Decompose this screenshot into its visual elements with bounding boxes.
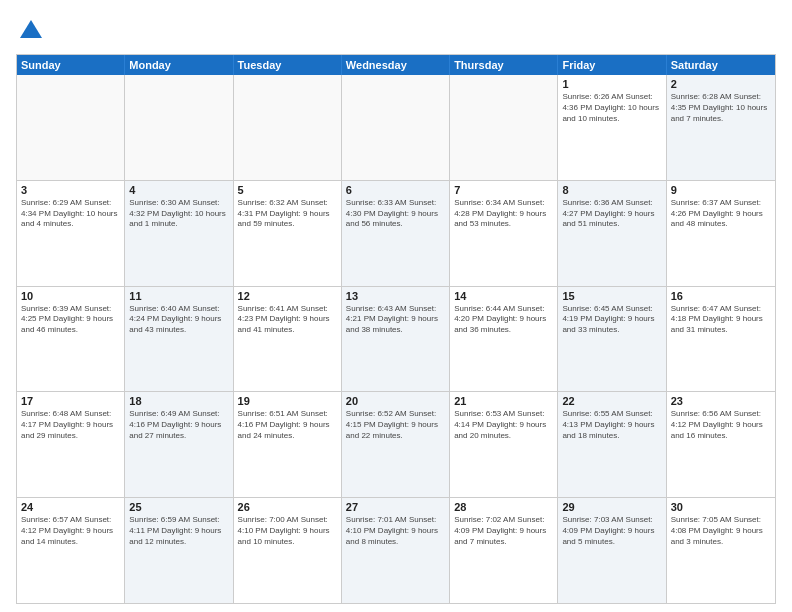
day-cell-19: 19Sunrise: 6:51 AM Sunset: 4:16 PM Dayli… [234, 392, 342, 497]
svg-rect-1 [26, 32, 36, 38]
day-number: 26 [238, 501, 337, 513]
day-cell-14: 14Sunrise: 6:44 AM Sunset: 4:20 PM Dayli… [450, 287, 558, 392]
page: SundayMondayTuesdayWednesdayThursdayFrid… [0, 0, 792, 612]
day-number: 14 [454, 290, 553, 302]
day-number: 17 [21, 395, 120, 407]
day-cell-7: 7Sunrise: 6:34 AM Sunset: 4:28 PM Daylig… [450, 181, 558, 286]
day-number: 9 [671, 184, 771, 196]
calendar: SundayMondayTuesdayWednesdayThursdayFrid… [16, 54, 776, 604]
day-cell-3: 3Sunrise: 6:29 AM Sunset: 4:34 PM Daylig… [17, 181, 125, 286]
day-number: 13 [346, 290, 445, 302]
day-number: 8 [562, 184, 661, 196]
day-info: Sunrise: 6:32 AM Sunset: 4:31 PM Dayligh… [238, 198, 337, 230]
day-info: Sunrise: 6:29 AM Sunset: 4:34 PM Dayligh… [21, 198, 120, 230]
calendar-row-1: 3Sunrise: 6:29 AM Sunset: 4:34 PM Daylig… [17, 181, 775, 287]
day-number: 28 [454, 501, 553, 513]
day-cell-16: 16Sunrise: 6:47 AM Sunset: 4:18 PM Dayli… [667, 287, 775, 392]
day-info: Sunrise: 6:36 AM Sunset: 4:27 PM Dayligh… [562, 198, 661, 230]
day-number: 30 [671, 501, 771, 513]
day-number: 24 [21, 501, 120, 513]
day-info: Sunrise: 6:40 AM Sunset: 4:24 PM Dayligh… [129, 304, 228, 336]
empty-cell [234, 75, 342, 180]
day-cell-22: 22Sunrise: 6:55 AM Sunset: 4:13 PM Dayli… [558, 392, 666, 497]
day-cell-2: 2Sunrise: 6:28 AM Sunset: 4:35 PM Daylig… [667, 75, 775, 180]
day-cell-27: 27Sunrise: 7:01 AM Sunset: 4:10 PM Dayli… [342, 498, 450, 603]
day-info: Sunrise: 6:55 AM Sunset: 4:13 PM Dayligh… [562, 409, 661, 441]
day-cell-13: 13Sunrise: 6:43 AM Sunset: 4:21 PM Dayli… [342, 287, 450, 392]
day-cell-10: 10Sunrise: 6:39 AM Sunset: 4:25 PM Dayli… [17, 287, 125, 392]
day-number: 16 [671, 290, 771, 302]
day-cell-26: 26Sunrise: 7:00 AM Sunset: 4:10 PM Dayli… [234, 498, 342, 603]
day-info: Sunrise: 6:39 AM Sunset: 4:25 PM Dayligh… [21, 304, 120, 336]
day-info: Sunrise: 7:03 AM Sunset: 4:09 PM Dayligh… [562, 515, 661, 547]
weekday-header-saturday: Saturday [667, 55, 775, 75]
day-number: 10 [21, 290, 120, 302]
day-info: Sunrise: 6:45 AM Sunset: 4:19 PM Dayligh… [562, 304, 661, 336]
day-info: Sunrise: 6:44 AM Sunset: 4:20 PM Dayligh… [454, 304, 553, 336]
day-cell-15: 15Sunrise: 6:45 AM Sunset: 4:19 PM Dayli… [558, 287, 666, 392]
day-cell-6: 6Sunrise: 6:33 AM Sunset: 4:30 PM Daylig… [342, 181, 450, 286]
empty-cell [450, 75, 558, 180]
day-info: Sunrise: 6:37 AM Sunset: 4:26 PM Dayligh… [671, 198, 771, 230]
day-number: 4 [129, 184, 228, 196]
day-cell-4: 4Sunrise: 6:30 AM Sunset: 4:32 PM Daylig… [125, 181, 233, 286]
day-cell-20: 20Sunrise: 6:52 AM Sunset: 4:15 PM Dayli… [342, 392, 450, 497]
calendar-header: SundayMondayTuesdayWednesdayThursdayFrid… [17, 55, 775, 75]
day-cell-18: 18Sunrise: 6:49 AM Sunset: 4:16 PM Dayli… [125, 392, 233, 497]
day-cell-24: 24Sunrise: 6:57 AM Sunset: 4:12 PM Dayli… [17, 498, 125, 603]
calendar-row-4: 24Sunrise: 6:57 AM Sunset: 4:12 PM Dayli… [17, 498, 775, 603]
day-cell-8: 8Sunrise: 6:36 AM Sunset: 4:27 PM Daylig… [558, 181, 666, 286]
day-number: 3 [21, 184, 120, 196]
calendar-body: 1Sunrise: 6:26 AM Sunset: 4:36 PM Daylig… [17, 75, 775, 603]
day-info: Sunrise: 7:05 AM Sunset: 4:08 PM Dayligh… [671, 515, 771, 547]
day-info: Sunrise: 7:02 AM Sunset: 4:09 PM Dayligh… [454, 515, 553, 547]
weekday-header-sunday: Sunday [17, 55, 125, 75]
day-info: Sunrise: 6:47 AM Sunset: 4:18 PM Dayligh… [671, 304, 771, 336]
day-info: Sunrise: 6:48 AM Sunset: 4:17 PM Dayligh… [21, 409, 120, 441]
day-number: 27 [346, 501, 445, 513]
day-info: Sunrise: 7:00 AM Sunset: 4:10 PM Dayligh… [238, 515, 337, 547]
day-number: 25 [129, 501, 228, 513]
day-number: 20 [346, 395, 445, 407]
day-number: 23 [671, 395, 771, 407]
day-number: 18 [129, 395, 228, 407]
day-number: 22 [562, 395, 661, 407]
weekday-header-wednesday: Wednesday [342, 55, 450, 75]
day-info: Sunrise: 6:53 AM Sunset: 4:14 PM Dayligh… [454, 409, 553, 441]
day-number: 11 [129, 290, 228, 302]
day-info: Sunrise: 6:43 AM Sunset: 4:21 PM Dayligh… [346, 304, 445, 336]
day-info: Sunrise: 6:34 AM Sunset: 4:28 PM Dayligh… [454, 198, 553, 230]
day-info: Sunrise: 6:59 AM Sunset: 4:11 PM Dayligh… [129, 515, 228, 547]
day-number: 15 [562, 290, 661, 302]
day-cell-11: 11Sunrise: 6:40 AM Sunset: 4:24 PM Dayli… [125, 287, 233, 392]
day-cell-23: 23Sunrise: 6:56 AM Sunset: 4:12 PM Dayli… [667, 392, 775, 497]
day-number: 5 [238, 184, 337, 196]
day-cell-5: 5Sunrise: 6:32 AM Sunset: 4:31 PM Daylig… [234, 181, 342, 286]
day-number: 7 [454, 184, 553, 196]
day-cell-9: 9Sunrise: 6:37 AM Sunset: 4:26 PM Daylig… [667, 181, 775, 286]
day-cell-30: 30Sunrise: 7:05 AM Sunset: 4:08 PM Dayli… [667, 498, 775, 603]
header [16, 16, 776, 46]
weekday-header-thursday: Thursday [450, 55, 558, 75]
logo [16, 16, 50, 46]
day-cell-1: 1Sunrise: 6:26 AM Sunset: 4:36 PM Daylig… [558, 75, 666, 180]
day-info: Sunrise: 6:51 AM Sunset: 4:16 PM Dayligh… [238, 409, 337, 441]
calendar-row-2: 10Sunrise: 6:39 AM Sunset: 4:25 PM Dayli… [17, 287, 775, 393]
weekday-header-tuesday: Tuesday [234, 55, 342, 75]
day-info: Sunrise: 6:56 AM Sunset: 4:12 PM Dayligh… [671, 409, 771, 441]
day-cell-28: 28Sunrise: 7:02 AM Sunset: 4:09 PM Dayli… [450, 498, 558, 603]
weekday-header-monday: Monday [125, 55, 233, 75]
day-info: Sunrise: 7:01 AM Sunset: 4:10 PM Dayligh… [346, 515, 445, 547]
day-info: Sunrise: 6:30 AM Sunset: 4:32 PM Dayligh… [129, 198, 228, 230]
empty-cell [342, 75, 450, 180]
day-info: Sunrise: 6:33 AM Sunset: 4:30 PM Dayligh… [346, 198, 445, 230]
day-cell-12: 12Sunrise: 6:41 AM Sunset: 4:23 PM Dayli… [234, 287, 342, 392]
day-info: Sunrise: 6:28 AM Sunset: 4:35 PM Dayligh… [671, 92, 771, 124]
calendar-row-3: 17Sunrise: 6:48 AM Sunset: 4:17 PM Dayli… [17, 392, 775, 498]
empty-cell [125, 75, 233, 180]
day-number: 12 [238, 290, 337, 302]
day-number: 6 [346, 184, 445, 196]
day-number: 29 [562, 501, 661, 513]
day-number: 19 [238, 395, 337, 407]
empty-cell [17, 75, 125, 180]
